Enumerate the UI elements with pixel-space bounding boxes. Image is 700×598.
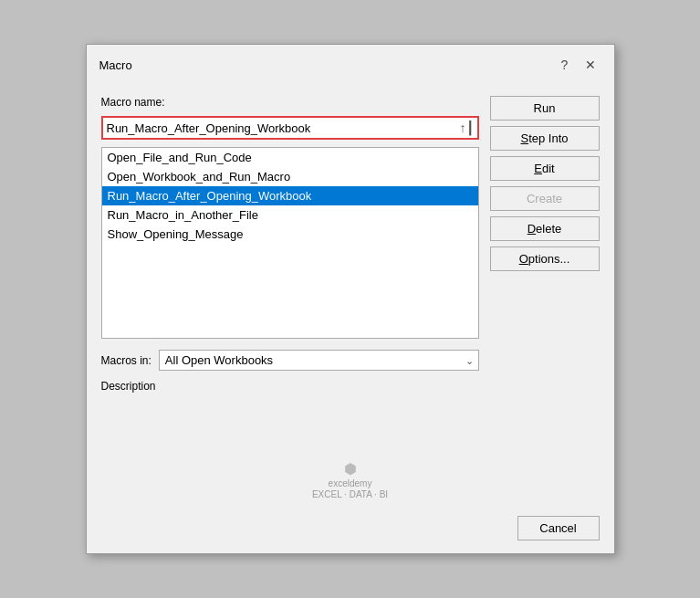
macro-name-row: ↑┃ [101,116,479,140]
close-button[interactable]: ✕ [580,54,601,76]
delete-button[interactable]: Delete [490,216,600,241]
dialog-title: Macro [99,58,132,72]
list-item[interactable]: Open_Workbook_and_Run_Macro [102,167,478,186]
macros-in-label: Macros in: [101,354,151,367]
help-button[interactable]: ? [554,54,576,76]
create-label: Create [527,192,562,205]
description-area [101,398,479,444]
upload-icon[interactable]: ↑┃ [460,121,474,135]
macros-in-row: Macros in: All Open Workbooks This Workb… [101,350,479,371]
macro-name-label: Macro name: [101,96,479,109]
list-item-selected[interactable]: Run_Macro_After_Opening_Workbook [102,186,478,205]
left-panel: Macro name: ↑┃ Open_File_and_Run_Code Op… [101,96,479,444]
cancel-button[interactable]: Cancel [517,516,600,540]
macros-in-select[interactable]: All Open Workbooks This Workbook [159,350,479,371]
create-button[interactable]: Create [490,186,600,211]
watermark: ⬢ exceldemy EXCEL · DATA · BI [87,456,614,507]
run-button[interactable]: Run [490,96,600,121]
step-into-label: Step Into [520,131,568,145]
list-item[interactable]: Show_Opening_Message [102,225,478,244]
macro-name-input[interactable] [107,121,460,135]
watermark-logo: ⬢ [344,460,357,477]
watermark-line2: EXCEL · DATA · BI [312,489,388,499]
right-panel: Run Step Into Edit Create Delete Options… [490,96,600,444]
description-label: Description [101,380,479,393]
edit-label: Edit [534,162,554,175]
title-bar-right: ? ✕ [554,54,601,76]
macro-dialog: Macro ? ✕ Macro name: ↑┃ Open_File_and_R… [86,44,615,554]
options-label: Options... [519,252,570,266]
list-item[interactable]: Run_Macro_in_Another_File [102,205,478,225]
macros-in-select-wrapper: All Open Workbooks This Workbook ⌄ [159,350,479,371]
delete-label: Delete [528,222,562,236]
step-into-button[interactable]: Step Into [490,126,600,151]
macro-list-container: Open_File_and_Run_Code Open_Workbook_and… [101,147,479,339]
edit-button[interactable]: Edit [490,156,600,181]
title-bar-left: Macro [99,58,132,72]
options-button[interactable]: Options... [490,247,600,271]
list-item[interactable]: Open_File_and_Run_Code [102,148,478,167]
macro-list[interactable]: Open_File_and_Run_Code Open_Workbook_and… [102,148,478,338]
dialog-footer: Cancel [87,507,614,553]
dialog-body: Macro name: ↑┃ Open_File_and_Run_Code Op… [87,83,614,456]
title-bar: Macro ? ✕ [87,45,614,83]
watermark-line1: exceldemy [329,478,372,488]
